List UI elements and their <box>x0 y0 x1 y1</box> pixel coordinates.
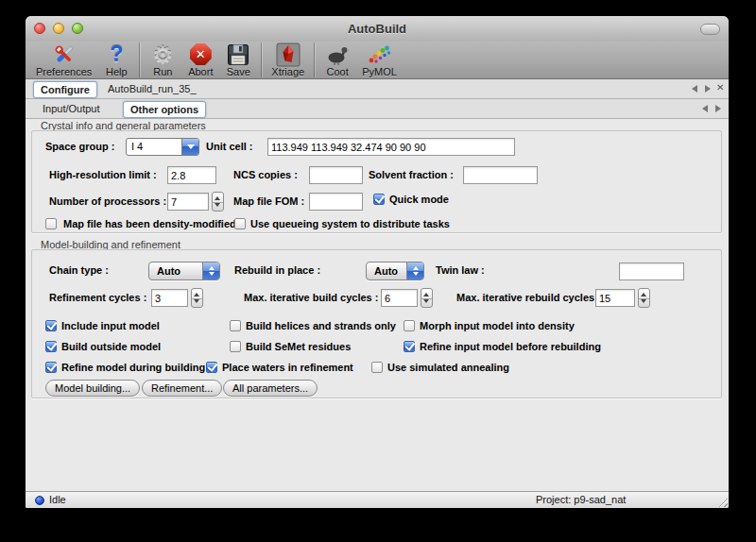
place-waters-label: Place waters in refinement <box>222 362 353 373</box>
refine-before-checkbox[interactable] <box>404 341 415 352</box>
build-outside-label: Build outside model <box>61 341 161 352</box>
map-fom-field[interactable] <box>309 193 363 211</box>
high-resolution-field[interactable] <box>167 166 216 184</box>
tab-scroll-right-icon[interactable] <box>705 85 711 93</box>
build-cycles-label: Max. iterative build cycles : <box>244 292 378 303</box>
rebuild-in-place-value: Auto <box>367 263 406 279</box>
model-building-button[interactable]: Model building... <box>45 380 140 397</box>
coot-bird-icon <box>324 42 351 66</box>
sim-annealing-label: Use simulated annealing <box>387 362 509 373</box>
sub-tab-bar: Input/Output Other options <box>26 99 729 119</box>
subtab-scroll-left-icon[interactable] <box>702 105 708 112</box>
queueing-label: Use queueing system to distribute tasks <box>250 218 450 229</box>
toolbar-button-preferences[interactable]: Preferences <box>30 42 97 78</box>
space-group-label: Space group : <box>45 141 114 152</box>
queueing-checkbox[interactable] <box>234 218 246 229</box>
toolbar-button-help[interactable]: ? Help <box>97 42 135 78</box>
quick-mode-label: Quick mode <box>389 194 449 205</box>
map-fom-label: Map file FOM : <box>233 195 304 207</box>
rebuild-in-place-popup[interactable]: Auto <box>366 262 424 280</box>
build-semet-label: Build SeMet residues <box>246 341 351 352</box>
morph-model-label: Morph input model into density <box>420 320 575 331</box>
density-modified-checkbox[interactable] <box>45 218 57 229</box>
morph-model-checkbox[interactable] <box>404 320 415 331</box>
tab-configure[interactable]: Configure <box>33 81 97 98</box>
refinement-cycles-field[interactable] <box>151 289 188 307</box>
abort-icon: ✕ <box>187 42 214 66</box>
ncs-copies-field[interactable] <box>309 166 363 184</box>
quick-mode-checkbox[interactable] <box>373 194 385 205</box>
include-input-model-label: Include input model <box>61 320 160 331</box>
tab-other-options[interactable]: Other options <box>123 101 206 118</box>
toolbar-button-xtriage[interactable]: Xtriage <box>266 42 310 78</box>
toolbar-button-run[interactable]: ⚙ Run <box>144 42 181 78</box>
toolbar-label: PyMOL <box>362 66 397 78</box>
density-modified-label: Map file has been density-modified <box>63 218 236 229</box>
status-text: Idle <box>49 494 66 505</box>
subtab-scroll-right-icon[interactable] <box>715 105 721 112</box>
high-resolution-label: High-resolution limit : <box>49 169 157 180</box>
build-cycles-field[interactable] <box>381 289 418 307</box>
num-processors-stepper[interactable] <box>212 192 224 212</box>
refine-during-checkbox[interactable] <box>45 362 57 373</box>
sim-annealing-checkbox[interactable] <box>371 362 383 373</box>
tab-close-icon[interactable]: ✕ <box>716 82 724 93</box>
space-group-value: I 4 <box>127 139 181 155</box>
tab-autobuild-run-35[interactable]: AutoBuild_run_35_ <box>101 81 203 96</box>
popup-arrows-icon <box>406 263 423 279</box>
twin-law-field[interactable] <box>619 263 684 280</box>
rebuild-cycles-label: Max. iterative rebuild cycles : <box>456 292 601 303</box>
num-processors-label: Number of processors : <box>49 195 166 207</box>
refine-before-label: Refine input model before rebuilding <box>420 341 601 352</box>
status-bar: Idle Project: p9-sad_nat <box>26 491 729 508</box>
chain-type-popup[interactable]: Auto <box>148 262 220 280</box>
toolbar-label: Help <box>106 66 128 78</box>
toolbar-button-save[interactable]: Save <box>219 42 257 78</box>
toolbar-separator <box>314 42 315 77</box>
unit-cell-label: Unit cell : <box>206 141 253 152</box>
window-title: AutoBuild <box>26 16 729 42</box>
xtriage-icon <box>275 42 301 66</box>
refine-during-label: Refine model during building <box>61 362 205 373</box>
help-icon: ? <box>103 42 129 66</box>
rebuild-cycles-stepper[interactable] <box>638 288 650 308</box>
build-outside-checkbox[interactable] <box>45 341 57 352</box>
place-waters-checkbox[interactable] <box>206 362 217 373</box>
project-label: Project: p9-sad_nat <box>536 494 626 505</box>
main-tab-bar: Configure AutoBuild_run_35_ ✕ <box>26 79 729 99</box>
all-parameters-button[interactable]: All parameters... <box>223 380 318 397</box>
unit-cell-field[interactable] <box>267 138 515 156</box>
toolbar-label: Run <box>153 66 172 78</box>
refinement-button[interactable]: Refinement... <box>142 380 222 397</box>
toolbar-toggle-button[interactable] <box>700 24 720 35</box>
build-semet-checkbox[interactable] <box>230 341 241 352</box>
toolbar-label: Xtriage <box>271 66 304 78</box>
toolbar-label: Save <box>227 66 250 78</box>
toolbar-button-pymol[interactable]: PyMOL <box>356 42 403 78</box>
toolbar-button-coot[interactable]: Coot <box>318 42 356 78</box>
toolbar-separator <box>261 42 262 77</box>
toolbar-label: Abort <box>188 66 213 78</box>
toolbar-separator <box>139 42 140 77</box>
popup-arrows-icon <box>202 263 219 279</box>
rebuild-cycles-field[interactable] <box>595 289 635 307</box>
refinement-cycles-stepper[interactable] <box>191 288 203 308</box>
rebuild-in-place-label: Rebuild in place : <box>234 264 320 276</box>
twin-law-label: Twin law : <box>436 264 485 276</box>
toolbar-button-abort[interactable]: ✕ Abort <box>181 42 219 78</box>
preferences-icon <box>51 42 77 66</box>
tab-scroll-left-icon[interactable] <box>692 85 697 93</box>
run-gear-icon: ⚙ <box>149 42 176 66</box>
build-helices-checkbox[interactable] <box>230 320 241 331</box>
solvent-fraction-field[interactable] <box>463 166 538 184</box>
build-cycles-stepper[interactable] <box>421 288 433 308</box>
toolbar-label: Preferences <box>36 66 92 78</box>
title-bar[interactable]: AutoBuild <box>26 16 729 42</box>
solvent-fraction-label: Solvent fraction : <box>369 169 454 180</box>
tab-input-output[interactable]: Input/Output <box>36 101 107 116</box>
resize-grip[interactable] <box>716 496 728 507</box>
refinement-cycles-label: Refinement cycles : <box>49 292 146 303</box>
include-input-model-checkbox[interactable] <box>45 320 57 331</box>
space-group-select[interactable]: I 4 <box>126 138 199 156</box>
num-processors-field[interactable] <box>167 193 209 211</box>
